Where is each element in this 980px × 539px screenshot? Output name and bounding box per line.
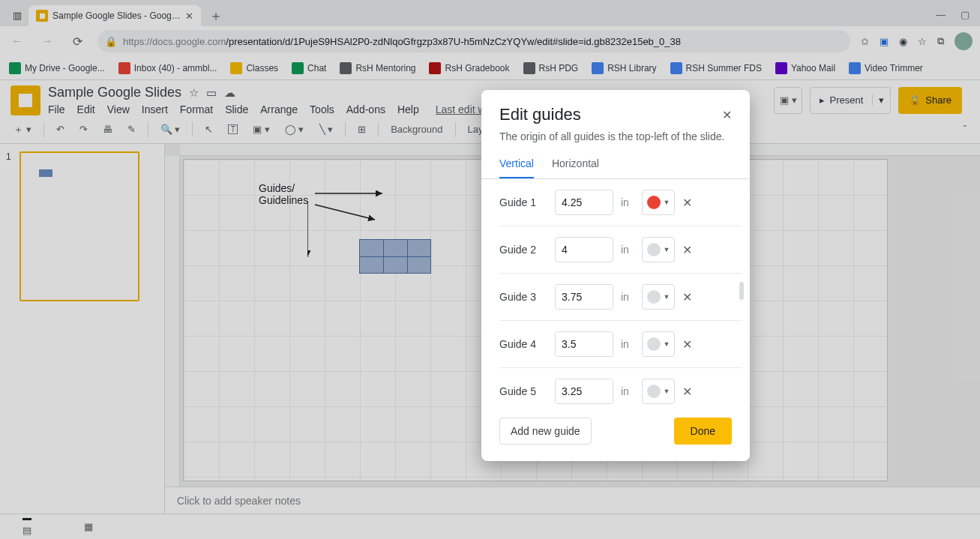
dialog-scrollbar[interactable]: [739, 282, 744, 300]
bookmark-label: RsH Mentoring: [355, 63, 415, 73]
menu-insert[interactable]: Insert: [142, 103, 168, 115]
bookmark-item[interactable]: My Drive - Google...: [9, 62, 105, 74]
chevron-down-icon: ▼: [664, 199, 670, 206]
comment-button[interactable]: ⊞: [353, 121, 370, 138]
dialog-close-button[interactable]: ✕: [722, 108, 732, 122]
bookmark-item[interactable]: Yahoo Mail: [775, 62, 835, 74]
guide-color-picker[interactable]: ▼: [642, 331, 675, 357]
select-tool[interactable]: ↖: [200, 121, 217, 138]
image-tool[interactable]: ▣ ▾: [248, 121, 274, 138]
menu-file[interactable]: File: [48, 103, 65, 115]
zoom-button[interactable]: 🔍 ▾: [156, 121, 185, 138]
close-tab-icon[interactable]: ✕: [185, 10, 193, 22]
guide-position-input[interactable]: [555, 331, 613, 357]
guide-list[interactable]: Guide 1in▼✕Guide 2in▼✕Guide 3in▼✕Guide 4…: [481, 179, 750, 404]
shape-tool[interactable]: ◯ ▾: [280, 121, 309, 138]
menu-arrange[interactable]: Arrange: [260, 103, 298, 115]
tabbar: ▥ Sample Google Slides - Google S ✕ ＋ — …: [0, 0, 980, 26]
menu-tools[interactable]: Tools: [310, 103, 334, 115]
last-edit-link[interactable]: Last edit w: [436, 103, 486, 115]
menu-slide[interactable]: Slide: [225, 103, 248, 115]
done-button[interactable]: Done: [674, 418, 732, 445]
tab-horizontal[interactable]: Horizontal: [552, 150, 599, 178]
present-dropdown-button[interactable]: ▾: [872, 94, 890, 106]
bookmark-item[interactable]: Chat: [292, 62, 326, 74]
share-button[interactable]: 🔒 Share: [898, 87, 962, 114]
menu-format[interactable]: Format: [180, 103, 213, 115]
slide-thumbnail[interactable]: 1: [0, 148, 164, 304]
reload-button[interactable]: ⟳: [67, 34, 87, 49]
minimize-button[interactable]: —: [936, 9, 946, 20]
collapse-toolbar-button[interactable]: ˆ: [959, 121, 971, 138]
bookmark-item[interactable]: RSH Library: [592, 62, 656, 74]
paint-format-button[interactable]: ✎: [123, 121, 140, 138]
collections-icon[interactable]: ⧉: [937, 35, 944, 47]
back-button[interactable]: ←: [7, 34, 27, 48]
guide-color-picker[interactable]: ▼: [642, 379, 675, 404]
guide-position-input[interactable]: [555, 190, 613, 215]
document-name[interactable]: Sample Google Slides: [48, 85, 181, 100]
guide-delete-button[interactable]: ✕: [682, 385, 692, 399]
menu-help[interactable]: Help: [397, 103, 419, 115]
present-button[interactable]: ▸Present ▾: [810, 87, 891, 114]
tab-vertical[interactable]: Vertical: [499, 150, 534, 178]
bookmark-label: Classes: [246, 63, 278, 73]
browser-tab[interactable]: Sample Google Slides - Google S ✕: [28, 5, 201, 26]
star-icon[interactable]: ☆: [189, 86, 199, 100]
guide-color-picker[interactable]: ▼: [642, 237, 675, 262]
guide-position-input[interactable]: [555, 237, 613, 262]
profile-avatar[interactable]: [955, 32, 973, 50]
grid-view-button[interactable]: ▦: [84, 521, 93, 532]
forward-button[interactable]: →: [37, 34, 57, 48]
bookmark-item[interactable]: RsH Gradebook: [429, 62, 509, 74]
favorites-icon[interactable]: ☆: [918, 36, 927, 47]
vertical-ruler[interactable]: [165, 156, 180, 531]
chrome-icon[interactable]: ◉: [899, 36, 907, 47]
url-field[interactable]: 🔒 https://docs.google.com/presentation/d…: [97, 30, 850, 52]
bookmarks-bar: My Drive - Google...Inbox (40) - ammbl..…: [0, 56, 980, 80]
bookmark-label: Video Trimmer: [865, 63, 923, 73]
add-new-guide-button[interactable]: Add new guide: [499, 418, 592, 445]
speaker-notes[interactable]: Click to add speaker notes: [165, 487, 980, 514]
window-controls: — ▢: [925, 3, 980, 26]
tab-overview-button[interactable]: ▥: [6, 4, 28, 26]
bookmark-label: RsH Gradebook: [445, 63, 509, 73]
guide-position-input[interactable]: [555, 379, 613, 404]
menu-addons[interactable]: Add-ons: [346, 103, 385, 115]
guide-color-picker[interactable]: ▼: [642, 190, 675, 215]
slides-logo-icon[interactable]: [10, 85, 40, 115]
cloud-status-icon[interactable]: ☁: [224, 86, 235, 100]
undo-button[interactable]: ↶: [52, 121, 69, 138]
filmstrip-view-button[interactable]: ▤: [22, 518, 31, 536]
menu-edit[interactable]: Edit: [77, 103, 95, 115]
background-button[interactable]: Background: [386, 121, 447, 138]
new-slide-button[interactable]: ＋ ▾: [9, 120, 36, 139]
maximize-button[interactable]: ▢: [961, 9, 970, 20]
slideshow-settings-button[interactable]: ▣ ▾: [774, 87, 802, 114]
bookmark-item[interactable]: Video Trimmer: [849, 62, 923, 74]
thumbnail-preview: [19, 151, 139, 301]
guide-delete-button[interactable]: ✕: [682, 290, 692, 304]
bookmark-label: Yahoo Mail: [791, 63, 835, 73]
redo-button[interactable]: ↷: [75, 121, 92, 138]
bookmark-item[interactable]: Classes: [230, 62, 278, 74]
bookmark-item[interactable]: RsH Mentoring: [340, 62, 415, 74]
bookmark-favicon-icon: [849, 62, 861, 74]
guide-delete-button[interactable]: ✕: [682, 337, 692, 352]
line-tool[interactable]: ╲ ▾: [315, 121, 338, 138]
print-button[interactable]: 🖶: [98, 121, 117, 138]
guide-delete-button[interactable]: ✕: [682, 243, 692, 257]
bookmark-item[interactable]: Inbox (40) - ammbl...: [118, 62, 217, 74]
move-icon[interactable]: ▭: [206, 86, 217, 100]
guide-color-picker[interactable]: ▼: [642, 284, 675, 310]
bookmark-item[interactable]: RsH PDG: [523, 62, 579, 74]
guide-position-input[interactable]: [555, 284, 613, 310]
textbox-tool[interactable]: 🅃: [223, 121, 242, 138]
cast-icon[interactable]: ▣: [880, 36, 889, 47]
chevron-down-icon: ▼: [664, 388, 670, 395]
guide-delete-button[interactable]: ✕: [682, 196, 692, 210]
new-tab-button[interactable]: ＋: [205, 5, 226, 26]
bookmark-item[interactable]: RSH Summer FDS: [670, 62, 762, 74]
menu-view[interactable]: View: [107, 103, 130, 115]
bookmark-star-icon[interactable]: ✩: [861, 36, 869, 47]
